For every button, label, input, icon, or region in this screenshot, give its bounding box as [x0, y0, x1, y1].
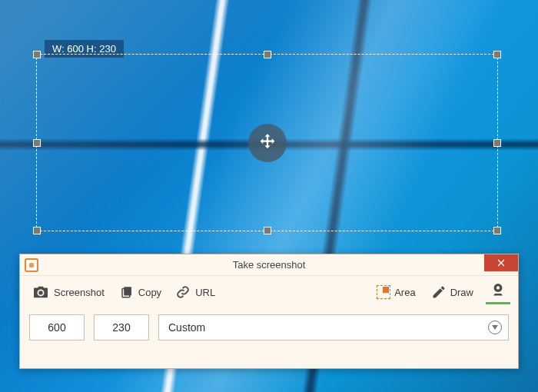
pencil-icon — [431, 284, 447, 300]
app-icon — [25, 258, 38, 272]
copy-label: Copy — [138, 287, 161, 298]
webcam-button[interactable] — [486, 280, 510, 304]
height-input[interactable] — [94, 314, 149, 341]
copy-icon — [120, 285, 134, 299]
move-arrows-icon — [257, 132, 278, 154]
resize-handle-bottom-mid[interactable] — [264, 227, 271, 234]
resize-handle-bottom-left[interactable] — [33, 227, 41, 234]
area-button[interactable]: Area — [372, 282, 420, 302]
draw-button[interactable]: Draw — [427, 281, 478, 303]
area-icon — [377, 285, 390, 299]
url-label: URL — [195, 287, 215, 298]
window-title: Take screenshot — [233, 259, 306, 271]
screenshot-panel: Take screenshot Screenshot Copy — [19, 254, 519, 369]
camera-icon — [32, 285, 49, 299]
resize-handle-top-left[interactable] — [33, 51, 41, 58]
screenshot-button[interactable]: Screenshot — [28, 282, 109, 302]
close-button[interactable] — [484, 254, 518, 271]
resize-handle-top-right[interactable] — [493, 51, 501, 58]
inputs-row: Custom — [20, 308, 518, 347]
url-button[interactable]: URL — [171, 282, 220, 302]
area-label: Area — [394, 287, 415, 298]
chevron-down-icon — [488, 321, 502, 334]
webcam-icon — [490, 282, 506, 297]
toolbar: Screenshot Copy URL Area — [20, 276, 518, 308]
resize-handle-top-mid[interactable] — [264, 51, 271, 58]
titlebar[interactable]: Take screenshot — [20, 254, 518, 276]
resize-handle-bottom-right[interactable] — [493, 227, 501, 234]
screenshot-label: Screenshot — [54, 287, 105, 298]
resize-handle-mid-right[interactable] — [493, 139, 501, 147]
width-input[interactable] — [29, 314, 85, 341]
resize-handle-mid-left[interactable] — [33, 139, 41, 147]
link-icon — [175, 285, 191, 299]
desktop-background: W: 600 H: 230 Take screenshot — [0, 0, 538, 392]
preset-dropdown[interactable]: Custom — [158, 314, 509, 341]
svg-point-3 — [496, 286, 500, 289]
preset-value: Custom — [168, 321, 205, 334]
copy-button[interactable]: Copy — [115, 282, 166, 302]
move-handle[interactable] — [248, 124, 287, 162]
capture-area-selection[interactable] — [36, 54, 498, 231]
close-icon — [497, 259, 505, 267]
draw-label: Draw — [450, 287, 473, 298]
